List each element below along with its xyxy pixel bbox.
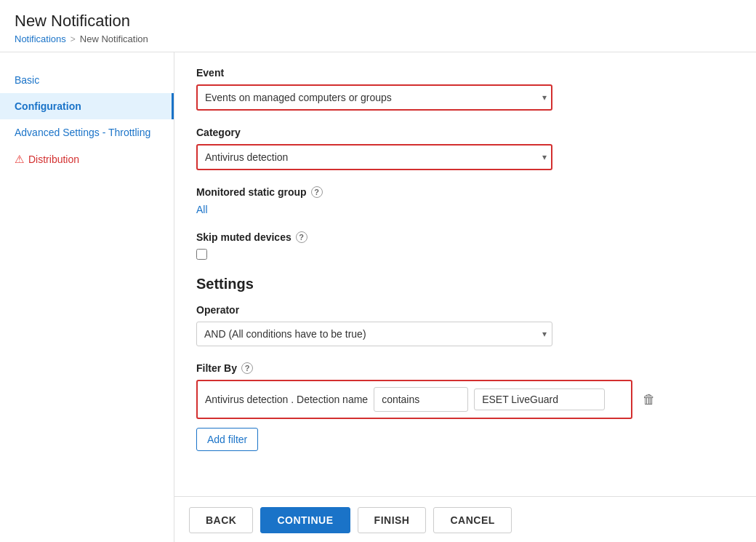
filter-row-container: Antivirus detection . Detection name con… [196,380,734,419]
page-title: New Notification [15,12,741,31]
sidebar-item-distribution[interactable]: ⚠ Distribution [0,146,174,173]
category-select[interactable]: Antivirus detection [196,144,552,170]
skip-muted-label: Skip muted devices ? [196,231,734,243]
finish-button[interactable]: FINISH [358,507,427,533]
main-layout: Basic Configuration Advanced Settings - … [0,52,756,542]
event-label: Event [196,67,734,79]
breadcrumb-separator: > [71,34,76,44]
monitored-field-group: Monitored static group ? All [196,186,734,215]
breadcrumb-notifications[interactable]: Notifications [15,33,66,44]
skip-muted-help-icon[interactable]: ? [296,231,307,243]
category-label: Category [196,127,734,138]
continue-button[interactable]: CONTINUE [260,507,350,533]
operator-select-wrapper: AND (All conditions have to be true) ▾ [196,322,552,346]
filter-field-label: Antivirus detection . Detection name [205,394,368,405]
filter-row: Antivirus detection . Detection name con… [196,380,632,419]
main-content: Event Events on managed computers or gro… [174,52,756,496]
operator-select[interactable]: AND (All conditions have to be true) [196,322,552,346]
category-field-group: Category Antivirus detection ▾ [196,127,734,170]
page-header: New Notification Notifications > New Not… [0,0,756,52]
breadcrumb: Notifications > New Notification [15,33,741,44]
cancel-button[interactable]: CANCEL [433,507,511,533]
skip-muted-checkbox-row [196,249,734,260]
filter-operator-wrapper: contains equals starts with ends with [374,387,468,412]
filter-operator-select[interactable]: contains equals starts with ends with [374,387,468,412]
monitored-help-icon[interactable]: ? [311,186,323,198]
settings-title: Settings [196,276,734,292]
operator-field-group: Operator AND (All conditions have to be … [196,304,734,346]
delete-filter-icon[interactable]: 🗑 [640,389,659,410]
add-filter-button[interactable]: Add filter [196,428,258,451]
back-button[interactable]: BACK [189,507,253,533]
monitored-value[interactable]: All [196,204,734,215]
breadcrumb-current: New Notification [80,33,148,44]
event-select-wrapper: Events on managed computers or groups ▾ [196,84,552,111]
event-select[interactable]: Events on managed computers or groups [196,84,552,111]
filter-value-input[interactable] [474,388,605,410]
sidebar-item-advanced[interactable]: Advanced Settings - Throttling [0,119,174,146]
sidebar: Basic Configuration Advanced Settings - … [0,52,174,542]
warning-icon: ⚠ [15,153,24,166]
operator-label: Operator [196,304,734,316]
footer-bar: BACK CONTINUE FINISH CANCEL [174,496,756,542]
sidebar-item-basic[interactable]: Basic [0,67,174,93]
skip-muted-checkbox[interactable] [196,249,207,260]
event-field-group: Event Events on managed computers or gro… [196,67,734,111]
filter-by-field-group: Filter By ? Antivirus detection . Detect… [196,362,734,466]
category-select-wrapper: Antivirus detection ▾ [196,144,552,170]
skip-muted-field-group: Skip muted devices ? [196,231,734,260]
sidebar-item-configuration[interactable]: Configuration [0,93,174,119]
filter-by-help-icon[interactable]: ? [241,362,253,374]
monitored-label: Monitored static group ? [196,186,734,198]
filter-by-label: Filter By ? [196,362,734,374]
